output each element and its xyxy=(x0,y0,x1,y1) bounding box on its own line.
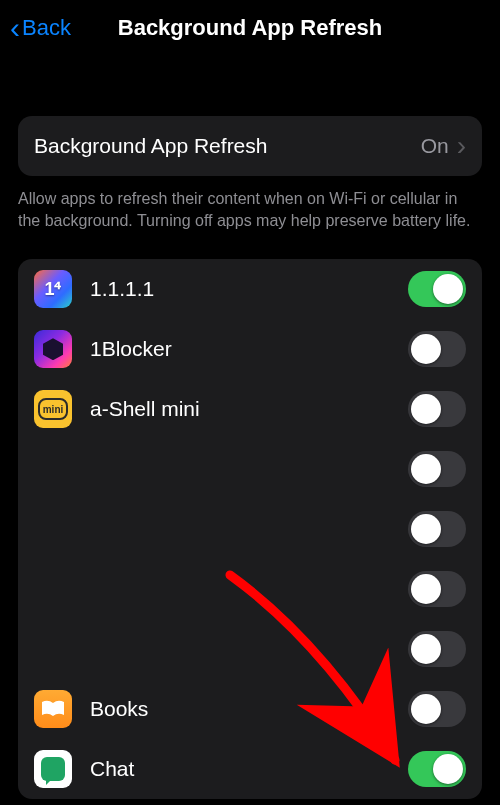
app-row-blank-4 xyxy=(18,619,482,679)
ashell-icon: mini xyxy=(34,390,72,428)
app-row-chat: Chat xyxy=(18,739,482,799)
app-row-blank-2 xyxy=(18,499,482,559)
cloudflare-icon: 1⁴ xyxy=(34,270,72,308)
app-row-1111: 1⁴ 1.1.1.1 xyxy=(18,259,482,319)
app-row-1blocker: 1Blocker xyxy=(18,319,482,379)
toggle-books[interactable] xyxy=(408,691,466,727)
master-label: Background App Refresh xyxy=(34,134,267,158)
chat-icon xyxy=(34,750,72,788)
navigation-bar: ‹ Back Background App Refresh xyxy=(0,0,500,56)
chevron-right-icon: › xyxy=(457,132,466,160)
app-row-books: Books xyxy=(18,679,482,739)
app-row-blank-3 xyxy=(18,559,482,619)
toggle-blank-3[interactable] xyxy=(408,571,466,607)
books-icon xyxy=(34,690,72,728)
toggle-blank-1[interactable] xyxy=(408,451,466,487)
background-app-refresh-master-row[interactable]: Background App Refresh On › xyxy=(18,116,482,176)
app-label: a-Shell mini xyxy=(90,397,408,421)
app-label: Books xyxy=(90,697,408,721)
app-list: 1⁴ 1.1.1.1 1Blocker mini a-Shell mini xyxy=(18,259,482,799)
page-title: Background App Refresh xyxy=(0,15,500,41)
toggle-1blocker[interactable] xyxy=(408,331,466,367)
app-label: Chat xyxy=(90,757,408,781)
app-label: 1Blocker xyxy=(90,337,408,361)
back-label: Back xyxy=(22,15,71,41)
master-value-container: On › xyxy=(421,132,466,160)
1blocker-icon xyxy=(34,330,72,368)
app-row-blank-1 xyxy=(18,439,482,499)
toggle-blank-2[interactable] xyxy=(408,511,466,547)
app-row-ashell: mini a-Shell mini xyxy=(18,379,482,439)
back-button[interactable]: ‹ Back xyxy=(10,13,71,43)
section-footer-text: Allow apps to refresh their content when… xyxy=(0,176,500,231)
toggle-chat[interactable] xyxy=(408,751,466,787)
toggle-ashell[interactable] xyxy=(408,391,466,427)
chevron-left-icon: ‹ xyxy=(10,13,20,43)
master-value: On xyxy=(421,134,449,158)
toggle-blank-4[interactable] xyxy=(408,631,466,667)
app-label: 1.1.1.1 xyxy=(90,277,408,301)
toggle-1111[interactable] xyxy=(408,271,466,307)
